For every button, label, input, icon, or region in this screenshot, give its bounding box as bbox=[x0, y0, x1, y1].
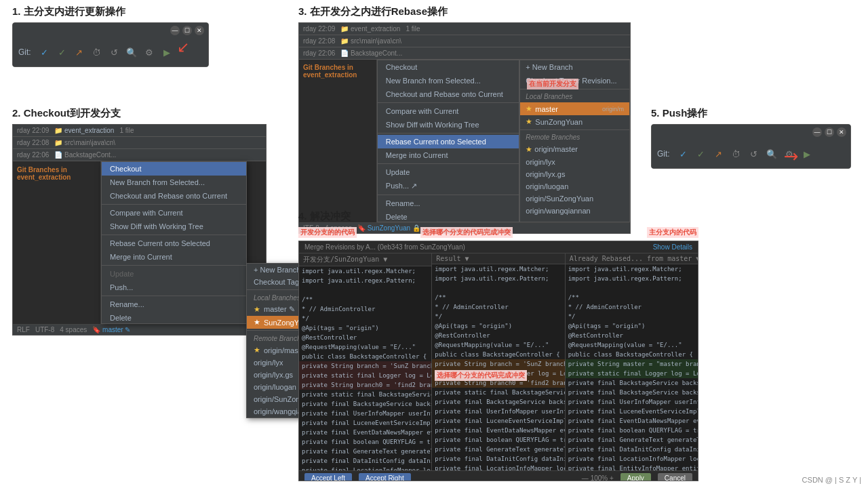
menu-rename[interactable]: Rename... bbox=[102, 298, 246, 311]
menu-compare[interactable]: Compare with Current bbox=[102, 206, 246, 220]
s3-menu-checkout[interactable]: Checkout bbox=[378, 60, 519, 74]
s3-menu-rename[interactable]: Rename... bbox=[378, 197, 519, 210]
star-icon-sun: ★ bbox=[254, 318, 260, 327]
apply-button[interactable]: Apply bbox=[620, 473, 651, 481]
m-diff-line-2: import java.util.regex.Pattern; bbox=[432, 274, 564, 283]
git-run-icon[interactable]: ▶ bbox=[160, 45, 174, 59]
menu-merge[interactable]: Merge into Current bbox=[102, 250, 246, 264]
s3-origin-sun[interactable]: origin/SunZongYuan bbox=[520, 192, 629, 205]
s3-sub-sep2 bbox=[520, 129, 629, 130]
menu-checkout-rebase[interactable]: Checkout and Rebase onto Current bbox=[102, 189, 246, 203]
r-diff-line-14: private final BackstageService backstage… bbox=[566, 388, 698, 397]
s5-settings-icon[interactable]: ⚙ bbox=[783, 147, 796, 161]
s5-push-icon[interactable]: ↗ bbox=[712, 147, 726, 161]
menu-push[interactable]: Push... bbox=[102, 281, 246, 294]
diff-panel-middle: Result ▼ import java.util.regex.Matcher;… bbox=[432, 253, 565, 470]
annotation-left: 开发分支的的代码 bbox=[298, 227, 357, 238]
s3-sun-branch[interactable]: ★ SunZongYuan bbox=[520, 115, 629, 128]
s3-origin-lyx[interactable]: origin/lyx bbox=[520, 156, 629, 168]
tree-git-branches-title: Git Branches in event_extraction bbox=[13, 164, 100, 183]
s3-menu-new-branch[interactable]: New Branch from Selected... bbox=[378, 74, 519, 87]
star-icon-master: ★ bbox=[254, 305, 260, 314]
section1-git-window: — ☐ ✕ Git: ✓ ✓ ↗ ⏱ ↺ 🔍 ⚙ ▶ ↙ bbox=[12, 22, 209, 67]
conflict-annotation: 选择哪个分支的代码完成冲突 bbox=[435, 370, 527, 381]
s3-menu-compare[interactable]: Compare with Current bbox=[378, 104, 519, 118]
s5-search-icon[interactable]: 🔍 bbox=[765, 147, 778, 161]
r-diff-line-15: private final UserInfoMapper userInfoMap bbox=[566, 397, 698, 407]
section3-submenu: + New Branch Checkout Tag or Revision...… bbox=[519, 60, 630, 222]
git-revert-icon[interactable]: ↺ bbox=[108, 45, 121, 59]
section1-title: 1. 主分支内进行更新操作 bbox=[12, 5, 222, 18]
menu-delete[interactable]: Delete bbox=[102, 311, 246, 325]
diff-panel-left-title: 开发分支/SunZongYuan ▼ bbox=[299, 253, 431, 266]
menu-new-branch-from-selected[interactable]: New Branch from Selected... bbox=[102, 176, 246, 189]
section2-title: 2. Checkout到开发分支 bbox=[12, 107, 277, 120]
diff-panel-left: 开发分支/SunZongYuan ▼ import java.util.rege… bbox=[299, 253, 432, 470]
s5-update-icon[interactable]: ✓ bbox=[677, 147, 690, 161]
git-commit-icon[interactable]: ✓ bbox=[55, 45, 68, 59]
s3-menu-checkout-rebase[interactable]: Checkout and Rebase onto Current bbox=[378, 87, 519, 101]
statusbar-spaces: 4 spaces bbox=[60, 326, 87, 333]
git-update-icon[interactable]: ✓ bbox=[38, 45, 52, 59]
accept-left-button[interactable]: Accept Left bbox=[304, 473, 352, 481]
s3-tab-file: 1 file bbox=[406, 25, 420, 33]
s5-run-icon[interactable]: ▶ bbox=[800, 147, 814, 161]
git-settings-icon[interactable]: ⚙ bbox=[142, 45, 156, 59]
m-diff-line-10: public class BackstageController { bbox=[432, 350, 564, 359]
diff-line-6: */ bbox=[299, 314, 431, 323]
minimize-button[interactable]: — bbox=[170, 26, 180, 35]
m-diff-line-3 bbox=[432, 283, 564, 293]
backstagecont-tab[interactable]: 📄 BackstageCont... bbox=[54, 151, 116, 159]
s3-menu-rebase-selected[interactable]: Rebase Current onto Selected bbox=[378, 135, 519, 148]
show-details-link[interactable]: Show Details bbox=[653, 243, 692, 251]
close-button[interactable]: ✕ bbox=[195, 26, 204, 35]
s3-annotation-current: 在当前开发分支 bbox=[527, 79, 578, 89]
zoom-level: — 100% + bbox=[582, 474, 614, 481]
r-diff-line-10: public class BackstageController { bbox=[566, 350, 698, 359]
statusbar-branch[interactable]: 🔖 master ✎ bbox=[92, 326, 130, 333]
s3-new-branch[interactable]: + New Branch bbox=[520, 60, 629, 74]
s3-star-master: ★ bbox=[526, 104, 532, 113]
s3-tab-event[interactable]: 📁 event_extraction bbox=[340, 25, 400, 33]
s3-origin-lyx-gs[interactable]: origin/lyx.gs bbox=[520, 168, 629, 180]
tab-event-extraction[interactable]: 📁 event_extraction bbox=[54, 127, 114, 134]
s3-origin-master[interactable]: ★ origin/master bbox=[520, 143, 629, 156]
maximize-button[interactable]: ☐ bbox=[182, 26, 192, 35]
r-diff-line-5: * // AdminController bbox=[566, 302, 698, 312]
s5-minimize-button[interactable]: — bbox=[812, 127, 822, 137]
s3-menu-merge[interactable]: Merge into Current bbox=[378, 148, 519, 162]
annotation-middle: 选择哪个分支的代码完成冲突 bbox=[420, 227, 513, 238]
diff-line-18: private final EventDataNewsMapper eventD… bbox=[299, 428, 431, 437]
s3-menu-update[interactable]: Update bbox=[378, 165, 519, 179]
section3-file-tree: Git Branches in event_extraction bbox=[299, 60, 377, 222]
git-push-icon[interactable]: ↗ bbox=[73, 45, 86, 59]
s5-maximize-button[interactable]: ☐ bbox=[825, 127, 834, 137]
section2-container: 2. Checkout到开发分支 rday 22:09 📁 event_extr… bbox=[12, 107, 277, 336]
menu-rebase-current[interactable]: Rebase Current onto Selected bbox=[102, 237, 246, 250]
src-path: 📁 src\main\java\cn\ bbox=[54, 139, 115, 146]
s3-menu-show-diff[interactable]: Show Diff with Working Tree bbox=[378, 118, 519, 131]
cancel-button[interactable]: Cancel bbox=[658, 473, 692, 481]
m-diff-line-8: @RestController bbox=[432, 331, 564, 340]
git-search-icon[interactable]: 🔍 bbox=[125, 45, 138, 59]
menu-checkout[interactable]: Checkout bbox=[102, 162, 246, 176]
section2-breadcrumb: rday 22:08 📁 src\main\java\cn\ bbox=[13, 137, 266, 149]
s5-close-button[interactable]: ✕ bbox=[837, 127, 846, 137]
tree-spacer bbox=[13, 183, 100, 188]
s3-menu-push[interactable]: Push... ↗ bbox=[378, 179, 519, 193]
r-diff-line-21: private final LocationInfoMapper locatio… bbox=[566, 454, 698, 464]
s3-origin-luogan[interactable]: origin/luogan bbox=[520, 180, 629, 192]
r-diff-line-13: private final BackstageService backstage bbox=[566, 378, 698, 388]
s3-local-title: Local Branches bbox=[520, 91, 629, 102]
s3-backstagecont[interactable]: 📄 BackstageCont... bbox=[340, 49, 402, 57]
accept-right-button[interactable]: Accept Right bbox=[359, 473, 411, 481]
diff-panel-right-title: Already Rebased... from master ▼ bbox=[566, 253, 698, 264]
s3-master-branch[interactable]: ★ master origin/m bbox=[520, 102, 629, 115]
s5-revert-icon[interactable]: ↺ bbox=[747, 147, 761, 161]
s5-commit-icon[interactable]: ✓ bbox=[694, 147, 708, 161]
menu-show-diff[interactable]: Show Diff with Working Tree bbox=[102, 220, 246, 233]
diff-line-15: private final BackstageService backstage… bbox=[299, 399, 431, 409]
s5-history-icon[interactable]: ⏱ bbox=[730, 147, 743, 161]
r-diff-line-20: private final DataInitConfig dataInitCon… bbox=[566, 445, 698, 454]
git-history-icon[interactable]: ⏱ bbox=[90, 45, 104, 59]
